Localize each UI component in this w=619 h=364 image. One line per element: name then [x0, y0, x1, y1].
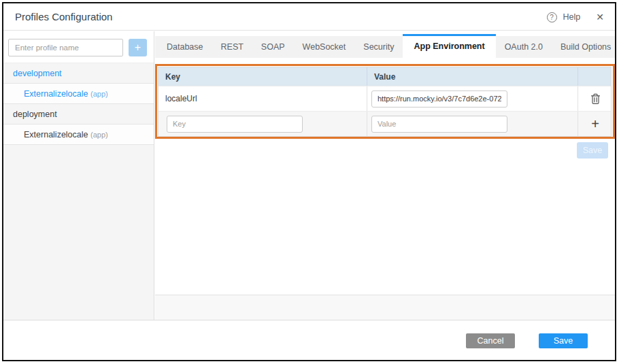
profiles-configuration-dialog: Profiles Configuration ? Help ✕ + develo…: [2, 2, 616, 361]
add-row-button[interactable]: +: [591, 117, 599, 131]
table-header-row: Key Value: [158, 67, 611, 86]
profile-app-suffix: (app): [90, 90, 108, 98]
trash-icon: [590, 93, 601, 105]
profile-group-label: development: [13, 69, 62, 78]
column-header-actions: [578, 67, 612, 86]
profile-create-row: +: [3, 31, 154, 63]
save-button[interactable]: Save: [539, 333, 588, 348]
env-value-input[interactable]: [371, 90, 507, 107]
profiles-list: development Externalizelocale (app) depl…: [3, 63, 154, 145]
profile-settings-panel: Database REST SOAP WebSocket Security Ap…: [155, 31, 615, 320]
help-label[interactable]: Help: [563, 12, 581, 22]
profile-group-label: deployment: [13, 110, 57, 119]
title-bar: Profiles Configuration ? Help ✕: [3, 3, 615, 31]
tab-security[interactable]: Security: [354, 36, 403, 58]
app-environment-table: Key Value localeUrl: [158, 67, 612, 137]
panel-save-button[interactable]: Save: [577, 142, 608, 159]
profiles-sidebar: + development Externalizelocale (app) de…: [3, 31, 154, 320]
column-header-key: Key: [158, 67, 367, 86]
env-key-text: localeUrl: [158, 94, 197, 103]
table-new-row: +: [158, 111, 611, 136]
sidebar-item-externalizelocale-development[interactable]: Externalizelocale (app): [3, 84, 154, 104]
new-key-input[interactable]: [167, 116, 303, 133]
profile-app-label: Externalizelocale: [24, 89, 88, 99]
profile-name-input[interactable]: [8, 39, 123, 56]
table-row: localeUrl: [158, 86, 611, 111]
titlebar-actions: ? Help ✕: [547, 3, 604, 31]
settings-tab-bar: Database REST SOAP WebSocket Security Ap…: [155, 36, 615, 58]
tab-database[interactable]: Database: [158, 36, 212, 58]
plus-icon: +: [591, 117, 599, 131]
sidebar-item-deployment[interactable]: deployment: [3, 104, 154, 125]
tab-app-environment[interactable]: App Environment: [403, 34, 495, 59]
profile-app-label: Externalizelocale: [24, 130, 88, 139]
add-profile-button[interactable]: +: [129, 39, 147, 56]
sidebar-item-development[interactable]: development: [3, 63, 154, 84]
tab-rest[interactable]: REST: [212, 36, 252, 58]
new-value-input[interactable]: [371, 116, 507, 133]
tab-websocket[interactable]: WebSocket: [294, 36, 355, 58]
dialog-footer: Cancel Save: [3, 320, 615, 360]
column-header-value: Value: [367, 67, 578, 86]
tab-soap[interactable]: SOAP: [252, 36, 294, 58]
close-icon[interactable]: ✕: [596, 12, 604, 22]
profile-app-suffix: (app): [90, 131, 108, 139]
delete-row-button[interactable]: [590, 93, 601, 105]
tab-oauth[interactable]: OAuth 2.0: [496, 36, 552, 58]
panel-footer-strip: [155, 295, 615, 320]
tab-build-options[interactable]: Build Options: [552, 36, 619, 58]
sidebar-item-externalizelocale-deployment[interactable]: Externalizelocale (app): [3, 125, 154, 145]
cancel-button[interactable]: Cancel: [466, 333, 515, 348]
dialog-title: Profiles Configuration: [15, 3, 112, 31]
help-icon[interactable]: ?: [547, 12, 557, 22]
